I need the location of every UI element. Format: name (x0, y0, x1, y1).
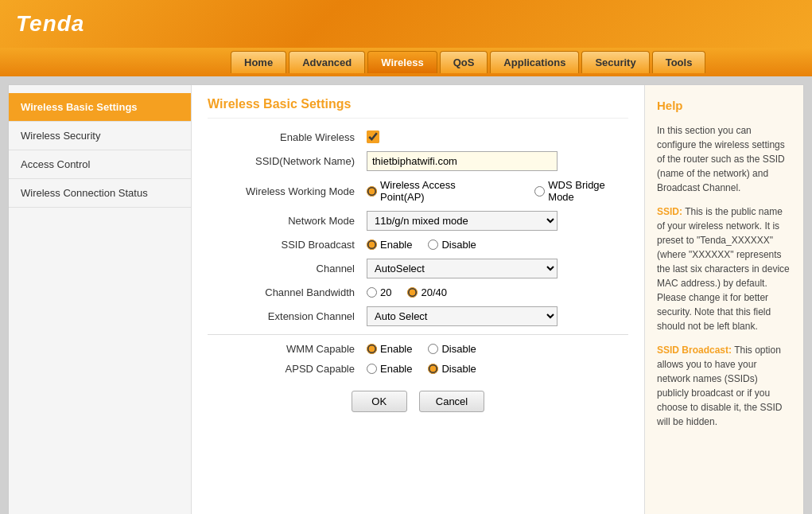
ssid-broadcast-enable-radio[interactable] (367, 239, 377, 250)
enable-wireless-label: Enable Wireless (208, 131, 367, 143)
help-intro-text: In this section you can configure the wi… (657, 125, 785, 193)
apsd-capable-label: APSD Capable (208, 363, 367, 375)
apsd-disable-label: Disable (441, 363, 476, 375)
ssid-broadcast-enable-option[interactable]: Enable (367, 239, 412, 251)
ssid-input[interactable] (367, 151, 558, 171)
help-title: Help (657, 97, 791, 115)
sidebar-item-wireless-security[interactable]: Wireless Security (9, 122, 191, 150)
apsd-disable-option[interactable]: Disable (428, 363, 476, 375)
extension-channel-select[interactable]: Auto Select Lower Upper (367, 306, 558, 326)
header: Tenda (0, 0, 812, 48)
wmm-capable-field: Enable Disable (367, 343, 628, 355)
ssid-broadcast-field: Enable Disable (367, 239, 628, 251)
help-ssid-broadcast-term: SSID Broadcast: (657, 345, 732, 356)
wmm-capable-label: WMM Capable (208, 343, 367, 355)
help-ssid-broadcast: SSID Broadcast: This option allows you t… (657, 343, 791, 429)
nav-qos[interactable]: QoS (440, 51, 488, 73)
page-title: Wireless Basic Settings (208, 97, 628, 119)
channel-row: Channel AutoSelect 1234 5678 910111213 (208, 259, 628, 278)
sidebar: Wireless Basic Settings Wireless Securit… (9, 85, 192, 514)
sidebar-item-wireless-basic[interactable]: Wireless Basic Settings (9, 93, 191, 122)
wireless-working-mode-row: Wireless Working Mode Wireless Access Po… (208, 179, 628, 203)
nav-home[interactable]: Home (231, 51, 286, 73)
wmm-disable-label: Disable (441, 343, 476, 355)
wds-bridge-radio[interactable] (534, 186, 545, 197)
channel-bandwidth-label: Channel Bandwidth (208, 286, 367, 298)
wmm-capable-row: WMM Capable Enable Disable (208, 343, 628, 355)
help-ssid-term: SSID: (657, 206, 682, 217)
channel-label: Channel (208, 263, 367, 275)
button-row: OK Cancel (208, 391, 628, 412)
sidebar-item-wireless-status[interactable]: Wireless Connection Status (9, 179, 191, 208)
ssid-broadcast-disable-radio[interactable] (428, 239, 438, 250)
content-area: Wireless Basic Settings Enable Wireless … (192, 85, 644, 514)
network-mode-field: 11b/g/n mixed mode 11b only 11g only 11n… (367, 211, 628, 231)
enable-wireless-field (367, 130, 628, 143)
main-container: Wireless Basic Settings Wireless Securit… (8, 84, 804, 514)
channel-bandwidth-row: Channel Bandwidth 20 20/40 (208, 286, 628, 298)
apsd-enable-radio[interactable] (367, 364, 377, 374)
help-ssid-broadcast-text: This option allows you to have your netw… (657, 345, 782, 427)
ssid-broadcast-disable-label: Disable (441, 239, 476, 251)
apsd-disable-radio[interactable] (428, 364, 438, 374)
help-intro: In this section you can configure the wi… (657, 123, 791, 195)
wds-bridge-label: WDS Bridge Mode (548, 179, 628, 203)
wireless-working-mode-field: Wireless Access Point(AP) WDS Bridge Mod… (367, 179, 628, 203)
ssid-broadcast-enable-label: Enable (380, 239, 412, 251)
channel-bandwidth-field: 20 20/40 (367, 286, 628, 298)
nav-applications[interactable]: Applications (490, 51, 579, 73)
nav-advanced[interactable]: Advanced (289, 51, 365, 73)
extension-channel-field: Auto Select Lower Upper (367, 306, 628, 326)
help-ssid-text: This is the public name of your wireless… (657, 206, 790, 332)
wmm-disable-option[interactable]: Disable (428, 343, 476, 355)
help-ssid: SSID: This is the public name of your wi… (657, 204, 791, 333)
ssid-label: SSID(Network Name) (208, 155, 367, 167)
wireless-working-mode-label: Wireless Working Mode (208, 185, 367, 197)
divider (208, 334, 628, 335)
nav-wireless[interactable]: Wireless (367, 51, 437, 73)
apsd-enable-option[interactable]: Enable (367, 363, 412, 375)
wmm-enable-label: Enable (380, 343, 412, 355)
cancel-button[interactable]: Cancel (419, 391, 484, 412)
bw-20-option[interactable]: 20 (367, 286, 391, 298)
ssid-broadcast-label: SSID Broadcast (208, 239, 367, 251)
network-mode-row: Network Mode 11b/g/n mixed mode 11b only… (208, 211, 628, 231)
wmm-enable-radio[interactable] (367, 344, 377, 354)
ssid-field (367, 151, 628, 171)
help-panel: Help In this section you can configure t… (644, 85, 803, 514)
extension-channel-label: Extension Channel (208, 310, 367, 322)
bw-20-radio[interactable] (367, 287, 377, 298)
extension-channel-row: Extension Channel Auto Select Lower Uppe… (208, 306, 628, 326)
nav: Home Advanced Wireless QoS Applications … (0, 48, 812, 76)
apsd-enable-label: Enable (380, 363, 412, 375)
bw-2040-option[interactable]: 20/40 (407, 286, 447, 298)
ssid-broadcast-disable-option[interactable]: Disable (428, 239, 476, 251)
channel-select[interactable]: AutoSelect 1234 5678 910111213 (367, 259, 558, 278)
network-mode-select[interactable]: 11b/g/n mixed mode 11b only 11g only 11n… (367, 211, 558, 231)
ok-button[interactable]: OK (352, 391, 407, 412)
enable-wireless-checkbox[interactable] (367, 130, 379, 143)
wmm-enable-option[interactable]: Enable (367, 343, 412, 355)
ssid-row: SSID(Network Name) (208, 151, 628, 171)
nav-security[interactable]: Security (581, 51, 649, 73)
wireless-ap-label: Wireless Access Point(AP) (380, 179, 495, 203)
apsd-capable-field: Enable Disable (367, 363, 628, 375)
wds-bridge-option[interactable]: WDS Bridge Mode (534, 179, 628, 203)
enable-wireless-row: Enable Wireless (208, 130, 628, 143)
wireless-ap-option[interactable]: Wireless Access Point(AP) (367, 179, 495, 203)
network-mode-label: Network Mode (208, 215, 367, 227)
wireless-ap-radio[interactable] (367, 186, 377, 197)
logo: Tenda (16, 11, 84, 37)
channel-field: AutoSelect 1234 5678 910111213 (367, 259, 628, 278)
apsd-capable-row: APSD Capable Enable Disable (208, 363, 628, 375)
bw-2040-radio[interactable] (407, 287, 418, 298)
sidebar-item-access-control[interactable]: Access Control (9, 150, 191, 179)
wmm-disable-radio[interactable] (428, 344, 438, 354)
ssid-broadcast-row: SSID Broadcast Enable Disable (208, 239, 628, 251)
nav-tools[interactable]: Tools (652, 51, 706, 73)
bw-20-label: 20 (380, 286, 391, 298)
bw-2040-label: 20/40 (421, 286, 447, 298)
